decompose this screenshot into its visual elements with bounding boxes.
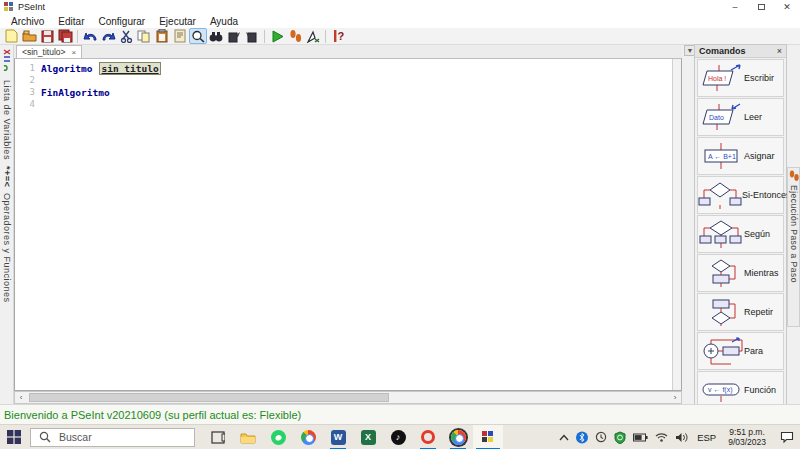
- editor-vertical-scrollbar[interactable]: [672, 59, 681, 390]
- file-explorer-button[interactable]: [233, 425, 263, 449]
- command-repetir-button[interactable]: Repetir: [697, 293, 784, 331]
- notifications-button[interactable]: [780, 431, 794, 443]
- tray-expand-button[interactable]: [559, 434, 569, 441]
- command-segun-button[interactable]: Según: [697, 215, 784, 253]
- tab-label: <sin_titulo>: [22, 47, 65, 57]
- whatsapp-button[interactable]: [263, 425, 293, 449]
- flowchart-button[interactable]: [304, 28, 322, 44]
- task-view-button[interactable]: [203, 425, 233, 449]
- save-button[interactable]: [38, 28, 56, 44]
- restore-icon: [758, 4, 765, 10]
- algorithm-title-field[interactable]: sin_titulo: [99, 62, 160, 75]
- find-button[interactable]: [207, 28, 225, 44]
- command-label: Función: [744, 385, 776, 395]
- command-mientras-button[interactable]: Mientras: [697, 254, 784, 292]
- copy-button[interactable]: [135, 28, 153, 44]
- command-escribir-button[interactable]: Hola ! Escribir: [697, 59, 784, 97]
- opera-button[interactable]: [413, 425, 443, 449]
- indent-button[interactable]: [171, 28, 189, 44]
- menu-editar[interactable]: Editar: [51, 16, 91, 27]
- commands-panel: Comandos × Hola ! Escribir Dato Leer A ←…: [694, 44, 787, 410]
- battery-icon[interactable]: [633, 433, 648, 442]
- variables-panel-icon: [2, 48, 12, 74]
- menu-archivo[interactable]: Archivo: [4, 16, 51, 27]
- chrome-button[interactable]: [293, 425, 323, 449]
- bluetooth-icon[interactable]: [576, 431, 588, 444]
- zoom-button[interactable]: [189, 28, 207, 44]
- command-asignar-button[interactable]: A ← B+1 Asignar: [697, 137, 784, 175]
- replace-icon: [245, 30, 259, 43]
- volume-icon[interactable]: [675, 432, 688, 443]
- cut-button[interactable]: [117, 28, 135, 44]
- right-sidebar: Ejecución Paso a Paso: [787, 45, 800, 405]
- replace-button[interactable]: [243, 28, 261, 44]
- status-bar: Bienvenido a PSeInt v20210609 (su perfil…: [0, 404, 800, 424]
- find-next-button[interactable]: [225, 28, 243, 44]
- paste-button[interactable]: [153, 28, 171, 44]
- step-feet-icon: [789, 170, 799, 182]
- command-label: Mientras: [744, 268, 779, 278]
- close-button[interactable]: ✕: [774, 0, 800, 14]
- step-run-button[interactable]: [286, 28, 304, 44]
- commands-title: Comandos: [699, 46, 746, 56]
- title-bar: PSeInt – ✕: [0, 0, 800, 14]
- open-folder-icon: [22, 30, 37, 42]
- scroll-right-icon[interactable]: ›: [669, 393, 681, 402]
- start-button[interactable]: [0, 425, 28, 449]
- command-para-button[interactable]: Para: [697, 332, 784, 370]
- find-next-icon: [227, 30, 241, 43]
- command-label: Leer: [744, 112, 762, 122]
- undo-icon: [83, 30, 98, 42]
- word-button[interactable]: W: [323, 425, 353, 449]
- toolbar-separator: [77, 30, 78, 43]
- taskbar-search-box[interactable]: Buscar: [30, 428, 195, 447]
- minimize-button[interactable]: –: [722, 0, 748, 14]
- tiktok-icon: ♪: [391, 430, 406, 445]
- scroll-left-icon[interactable]: ‹: [15, 393, 27, 402]
- save-as-button[interactable]: [56, 28, 74, 44]
- wifi-icon[interactable]: [655, 432, 668, 442]
- system-tray: ESP 9:51 p.m. 9/03/2023: [559, 427, 800, 447]
- document-icon: [174, 29, 186, 43]
- new-file-button[interactable]: [2, 28, 20, 44]
- command-si-entonces-button[interactable]: Si-Entonces: [697, 176, 784, 214]
- operators-symbols-icon: *+=<: [2, 166, 12, 187]
- excel-button[interactable]: X: [353, 425, 383, 449]
- paste-icon: [156, 29, 168, 43]
- maximize-button[interactable]: [748, 0, 774, 14]
- tab-operadores-y-funciones[interactable]: Operadores y Funciones: [2, 193, 12, 303]
- tiktok-button[interactable]: ♪: [383, 425, 413, 449]
- command-label: Escribir: [744, 73, 774, 83]
- code-line-2: 2: [15, 74, 41, 86]
- undo-button[interactable]: [81, 28, 99, 44]
- tab-ejecucion-paso-a-paso[interactable]: Ejecución Paso a Paso: [787, 167, 800, 327]
- clock-date: 9/03/2023: [728, 437, 766, 447]
- menu-configurar[interactable]: Configurar: [91, 16, 152, 27]
- command-leer-button[interactable]: Dato Leer: [697, 98, 784, 136]
- tab-sin-titulo[interactable]: <sin_titulo> ×: [16, 45, 82, 58]
- status-message: Bienvenido a PSeInt v20210609 (su perfil…: [4, 409, 301, 421]
- clock[interactable]: 9:51 p.m. 9/03/2023: [725, 427, 769, 447]
- chrome-icon: [301, 430, 316, 445]
- scrollbar-thumb[interactable]: [29, 393, 389, 402]
- tab-close-icon[interactable]: ×: [71, 48, 76, 57]
- tab-lista-de-variables[interactable]: Lista de Variables: [2, 80, 12, 160]
- commands-close-icon[interactable]: ×: [777, 46, 782, 56]
- menu-ayuda[interactable]: Ayuda: [203, 16, 245, 27]
- menu-ejecutar[interactable]: Ejecutar: [152, 16, 203, 27]
- funcion-flowchart-icon: v ← f(x): [698, 376, 744, 404]
- language-indicator[interactable]: ESP: [695, 432, 718, 443]
- line-number: 3: [15, 87, 41, 97]
- security-icon[interactable]: [614, 431, 626, 444]
- code-editor[interactable]: 1 Algoritmo sin_titulo 2 3 FinAlgoritmo …: [14, 58, 682, 391]
- open-file-button[interactable]: [20, 28, 38, 44]
- redo-button[interactable]: [99, 28, 117, 44]
- pseint-taskbar-button[interactable]: [473, 425, 503, 449]
- browser-profile-button[interactable]: [443, 425, 473, 449]
- escribir-flowchart-icon: Hola !: [698, 64, 744, 92]
- run-button[interactable]: [268, 28, 286, 44]
- svg-text:A ← B+1: A ← B+1: [708, 153, 736, 160]
- update-icon[interactable]: [595, 431, 607, 443]
- help-button[interactable]: ?: [329, 28, 347, 44]
- editor-horizontal-scrollbar[interactable]: ‹ ›: [14, 391, 682, 404]
